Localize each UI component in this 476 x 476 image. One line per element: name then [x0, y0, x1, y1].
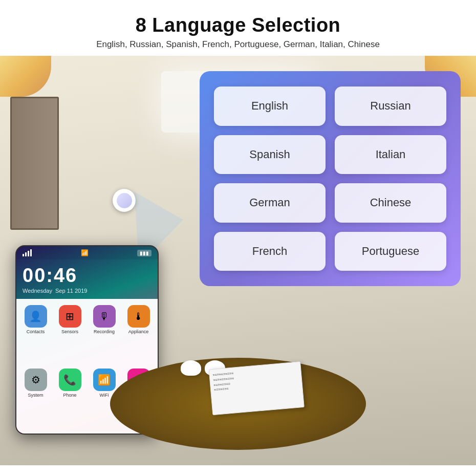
lang-btn-german[interactable]: German: [214, 183, 326, 223]
subtitle: English, Russian, Spanish, French, Portu…: [10, 39, 466, 50]
lang-btn-spanish[interactable]: Spanish: [214, 135, 326, 175]
wifi-icon: 📶: [81, 249, 89, 256]
signal-bars: [23, 249, 32, 256]
table-book: ≡≡≡≡≡≡≡≡≡≡≡≡≡≡≡≡≡≡≡≡≡≡≡≡≡≡≡≡≡≡≡≡≡≡≡: [209, 361, 305, 415]
app-sensors[interactable]: ⊞ Sensors: [55, 305, 85, 364]
lang-btn-chinese[interactable]: Chinese: [335, 183, 446, 223]
sensors-icon: ⊞: [59, 305, 81, 328]
phone-status-bar: 📶 ▮▮▮: [16, 246, 158, 259]
header: 8 Language Selection English, Russian, S…: [0, 0, 476, 56]
lang-btn-portuguese[interactable]: Portuguese: [335, 232, 446, 271]
wifi-app-icon: 📶: [93, 369, 116, 391]
scene: 📶 ▮▮▮ 00:46 Wednesday Sep 11 2019 👤 Cont…: [0, 56, 476, 465]
phone-time-area: 00:46 Wednesday Sep 11 2019: [16, 259, 158, 299]
lang-btn-italian[interactable]: Italian: [335, 135, 446, 175]
app-phone-label: Phone: [63, 393, 76, 398]
page-title: 8 Language Selection: [10, 14, 466, 36]
app-appliance[interactable]: 🌡 Appliance: [123, 305, 154, 364]
battery-indicator: ▮▮▮: [137, 250, 152, 256]
recording-icon: 🎙: [93, 305, 116, 328]
phone-time: 00:46: [23, 265, 152, 287]
app-system-label: System: [28, 393, 43, 398]
system-icon: ⚙: [25, 369, 47, 391]
phone-icon: 📞: [59, 369, 81, 391]
app-system[interactable]: ⚙ System: [20, 369, 51, 428]
app-appliance-label: Appliance: [128, 329, 149, 334]
app-sensors-label: Sensors: [61, 329, 78, 334]
app-recording-label: Recording: [94, 329, 115, 334]
signal-bar-2: [25, 252, 27, 256]
door: [10, 97, 59, 230]
phone-date: Wednesday Sep 11 2019: [23, 288, 152, 294]
contacts-icon: 👤: [25, 305, 47, 328]
appliance-icon: 🌡: [127, 305, 150, 328]
tea-cup-1: [181, 360, 201, 376]
app-contacts[interactable]: 👤 Contacts: [20, 305, 51, 364]
lang-btn-english[interactable]: English: [214, 86, 326, 126]
app-recording[interactable]: 🎙 Recording: [89, 305, 119, 364]
lang-btn-french[interactable]: French: [214, 232, 326, 271]
language-panel: English Russian Spanish Italian German C…: [200, 71, 461, 286]
app-contacts-label: Contacts: [27, 329, 45, 334]
signal-bar-4: [30, 249, 32, 256]
lang-btn-russian[interactable]: Russian: [335, 86, 446, 126]
app-wifi-label: WiFi: [100, 393, 109, 398]
app-phone[interactable]: 📞 Phone: [55, 369, 85, 428]
signal-bar-1: [23, 254, 24, 256]
signal-bar-3: [28, 251, 29, 256]
